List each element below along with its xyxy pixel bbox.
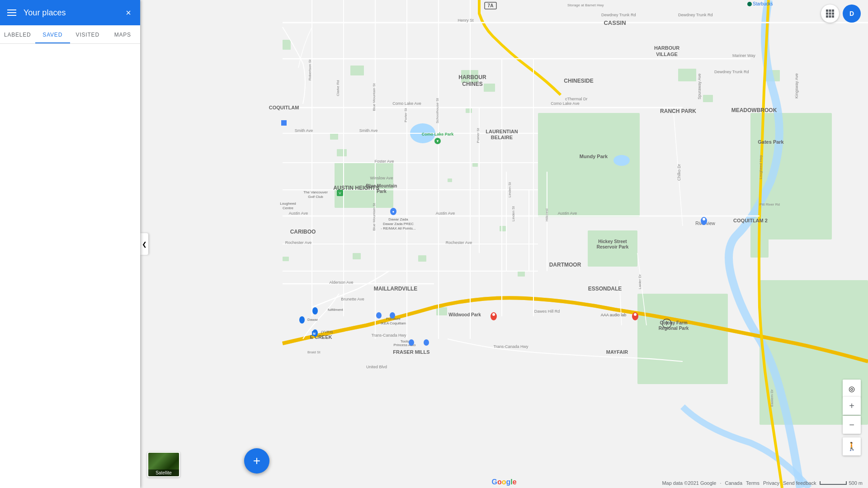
svg-rect-6	[283, 40, 291, 50]
collapse-sidebar-button[interactable]: ❮	[140, 233, 148, 255]
chevron-left-icon: ❮	[142, 241, 147, 248]
sidebar-title: Your places	[24, 8, 124, 18]
svg-text:Trans-Canada Hwy: Trans-Canada Hwy	[493, 344, 528, 349]
svg-point-134	[390, 312, 395, 319]
svg-text:LAURENTIAN: LAURENTIAN	[486, 129, 518, 134]
svg-rect-141	[281, 120, 287, 126]
svg-text:Como Lake Park: Como Lake Park	[422, 132, 454, 136]
svg-text:Storage at Barnet Hwy: Storage at Barnet Hwy	[567, 3, 604, 7]
feedback-link[interactable]: Send feedback	[783, 480, 816, 486]
svg-text:Hickey Street: Hickey Street	[598, 239, 627, 244]
canada-link[interactable]: Canada	[725, 480, 742, 486]
tab-saved[interactable]: SAVED	[35, 25, 71, 43]
map-canvas[interactable]: CASSIN HARBOUR VILLAGE HARBOUR CHINES CH…	[140, 0, 868, 488]
privacy-link[interactable]: Privacy	[763, 480, 779, 486]
svg-text:Centre: Centre	[283, 206, 294, 210]
svg-text:CHINESIDE: CHINESIDE	[564, 78, 593, 84]
scale-bar: 500 m	[820, 480, 863, 486]
plus-icon: +	[849, 401, 854, 411]
svg-text:7: 7	[665, 321, 668, 326]
svg-text:Trans-Canada Hwy: Trans-Canada Hwy	[371, 333, 406, 338]
svg-text:BELAIRE: BELAIRE	[491, 135, 513, 140]
svg-rect-20	[283, 257, 289, 261]
svg-text:Eastern Dr: Eastern Dr	[770, 389, 774, 407]
footer-separator: ·	[720, 480, 721, 486]
tab-maps[interactable]: MAPS	[105, 25, 141, 43]
svg-text:fulfillment: fulfillment	[328, 308, 344, 312]
svg-text:HARBOUR: HARBOUR	[458, 74, 486, 80]
terms-link[interactable]: Terms	[746, 480, 760, 486]
apps-icon[interactable]	[821, 5, 839, 23]
svg-rect-177	[832, 13, 834, 15]
street-view-button[interactable]: 🚶	[843, 437, 861, 455]
svg-text:(YVR3): (YVR3)	[321, 330, 333, 334]
svg-text:Colony Farm: Colony Farm	[660, 320, 687, 325]
svg-point-133	[376, 312, 382, 319]
svg-rect-19	[418, 255, 426, 262]
scale-line	[820, 481, 847, 485]
svg-point-155	[747, 2, 752, 6]
svg-text:MEADOWBROOK: MEADOWBROOK	[731, 107, 777, 113]
menu-icon[interactable]	[7, 9, 16, 16]
svg-text:MAILLARDVILLE: MAILLARDVILLE	[374, 286, 418, 292]
svg-text:Hillcrest: Hillcrest	[545, 208, 549, 221]
map-container[interactable]: CASSIN HARBOUR VILLAGE HARBOUR CHINES CH…	[140, 0, 868, 488]
svg-rect-22	[436, 307, 447, 315]
satellite-toggle[interactable]: Satellite	[147, 452, 180, 477]
svg-text:Blue Mountain: Blue Mountain	[366, 183, 397, 188]
zoom-in-button[interactable]: +	[843, 397, 861, 415]
svg-text:Alderson Ave: Alderson Ave	[330, 280, 354, 285]
zoom-out-button[interactable]: −	[843, 416, 861, 434]
svg-text:Rochester Ave: Rochester Ave	[285, 240, 311, 245]
svg-text:Starbucks: Starbucks	[753, 1, 773, 6]
svg-rect-23	[518, 271, 525, 277]
tab-labeled[interactable]: LABELED	[0, 25, 35, 43]
svg-text:Laider Dr: Laider Dr	[638, 274, 642, 289]
svg-text:Lougheed: Lougheed	[280, 202, 296, 206]
svg-text:CHINES: CHINES	[462, 81, 482, 87]
svg-text:Linden St: Linden St	[508, 182, 512, 197]
svg-text:cThermal Dr: cThermal Dr	[565, 97, 588, 101]
sidebar-content	[0, 44, 140, 488]
account-initial: D	[849, 10, 854, 17]
svg-rect-21	[353, 253, 361, 259]
svg-text:DARTMOOR: DARTMOOR	[549, 262, 581, 268]
svg-text:7A: 7A	[488, 3, 494, 8]
minus-icon: −	[849, 420, 854, 430]
svg-rect-176	[829, 13, 831, 15]
svg-text:Winslow Ave: Winslow Ave	[370, 176, 393, 180]
map-footer: Map data ©2021 Google · Canada Terms Pri…	[140, 478, 868, 488]
svg-text:Poirier St: Poirier St	[476, 128, 480, 143]
sidebar: Your places × LABELED SAVED VISITED MAPS	[0, 0, 140, 488]
svg-rect-10	[678, 69, 696, 81]
tab-visited[interactable]: VISITED	[70, 25, 105, 43]
close-button[interactable]: ×	[124, 6, 133, 20]
locate-me-button[interactable]: ◎	[843, 380, 861, 398]
svg-text:Austin Ave: Austin Ave	[289, 211, 308, 216]
svg-rect-11	[703, 95, 713, 102]
svg-text:CARIBOO: CARIBOO	[290, 229, 316, 235]
account-avatar[interactable]: D	[843, 5, 861, 23]
svg-point-142	[312, 307, 318, 314]
svg-text:Dewdney Trunk Rd: Dewdney Trunk Rd	[601, 13, 636, 17]
svg-text:Clarke Rd: Clarke Rd	[336, 80, 340, 96]
plus-icon: +	[253, 454, 260, 468]
svg-text:Brunette Ave: Brunette Ave	[341, 297, 364, 301]
svg-text:FRASER MILLS: FRASER MILLS	[393, 349, 429, 355]
svg-text:Wildwood Park: Wildwood Park	[448, 312, 481, 317]
svg-text:Dewdney Trunk Rd: Dewdney Trunk Rd	[678, 13, 713, 17]
svg-text:The Vancouver: The Vancouver	[303, 190, 328, 194]
zoom-controls: + −	[843, 397, 861, 434]
svg-text:Como Lake Ave: Como Lake Ave	[392, 101, 421, 106]
svg-text:Foster Ave: Foster Ave	[375, 159, 394, 164]
svg-rect-172	[826, 9, 828, 12]
svg-text:COQUITLAM 2: COQUITLAM 2	[733, 218, 768, 223]
svg-rect-9	[484, 84, 495, 92]
svg-text:ESSONDALE: ESSONDALE	[588, 286, 622, 292]
svg-text:Smith Ave: Smith Ave	[359, 128, 377, 133]
svg-rect-179	[829, 15, 831, 18]
add-place-button[interactable]: +	[244, 448, 269, 474]
street-view-icon: 🚶	[847, 441, 857, 451]
svg-point-143	[299, 316, 305, 324]
tabs-bar: LABELED SAVED VISITED MAPS	[0, 25, 140, 44]
